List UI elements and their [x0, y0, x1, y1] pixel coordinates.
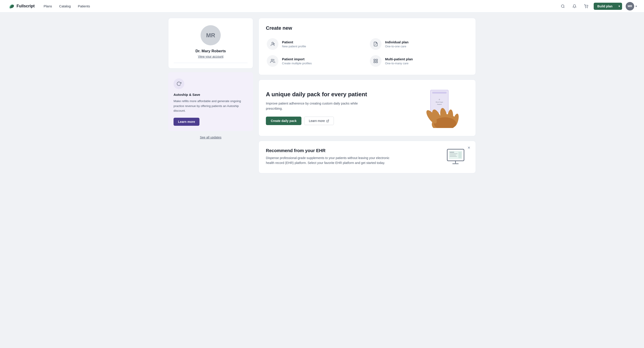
logo[interactable]: Fullscript	[7, 2, 35, 10]
create-individual-plan-text: Individual plan One-to-one care	[385, 40, 408, 48]
cart-icon	[584, 4, 588, 8]
svg-rect-29	[450, 155, 456, 156]
build-plan-chevron-icon: ▾	[616, 3, 622, 9]
main-content: Create new Patient New patient	[258, 18, 476, 173]
avatar-chevron-icon: ▾	[636, 5, 637, 8]
daily-pack-content: A unique daily pack for every patient Im…	[266, 91, 406, 125]
notifications-button[interactable]	[570, 2, 578, 10]
ehr-image	[446, 148, 468, 166]
create-new-grid: Patient New patient profile Indiv	[266, 37, 468, 68]
nav-catalog[interactable]: Catalog	[59, 3, 71, 9]
nav-patients[interactable]: Patients	[78, 3, 90, 9]
external-link-icon	[326, 120, 329, 122]
sidebar: MR Dr. Mary Roberts View your account Au…	[168, 18, 253, 173]
logo-text: Fullscript	[16, 4, 35, 8]
svg-point-0	[562, 5, 564, 7]
autoship-description: Make refills more affordable and generat…	[174, 99, 248, 113]
svg-rect-14	[432, 92, 446, 94]
build-plan-label: Build plan	[594, 3, 616, 10]
avatar-initials: MR	[628, 4, 632, 8]
profile-divider	[174, 63, 248, 63]
logo-icon	[7, 2, 15, 10]
user-menu-button[interactable]: MR ▾	[626, 2, 637, 10]
ehr-content: Recommend from your EHR Dispense profess…	[266, 148, 439, 166]
autoship-title: Autoship & Save	[174, 93, 200, 97]
document-icon	[373, 41, 378, 46]
svg-rect-33	[452, 163, 459, 164]
search-button[interactable]	[559, 2, 567, 10]
create-individual-plan-icon	[370, 38, 382, 50]
create-new-card: Create new Patient New patient	[258, 18, 476, 75]
svg-rect-27	[450, 152, 454, 153]
svg-rect-8	[374, 59, 375, 60]
svg-text:Blood Sugar: Blood Sugar	[436, 101, 443, 103]
ehr-close-button[interactable]	[466, 145, 472, 151]
svg-line-12	[327, 120, 329, 121]
create-multi-patient-text: Multi-patient plan One-to-many care	[385, 57, 413, 65]
daily-pack-actions: Create daily pack Learn more	[266, 117, 406, 125]
bell-icon	[572, 4, 576, 8]
svg-rect-30	[450, 156, 457, 157]
create-individual-plan-item[interactable]: Individual plan One-to-one care	[369, 37, 468, 51]
ehr-title: Recommend from your EHR	[266, 148, 439, 153]
daily-pack-image: G Blood Sugar Support	[406, 88, 468, 128]
create-patient-import-icon	[267, 55, 278, 67]
nav-plans[interactable]: Plans	[44, 3, 52, 9]
svg-rect-31	[458, 152, 462, 158]
cart-button[interactable]	[582, 2, 590, 10]
view-account-link[interactable]: View your account	[198, 55, 224, 58]
svg-point-3	[272, 42, 273, 44]
individual-plan-title: Individual plan	[385, 40, 408, 44]
create-daily-pack-button[interactable]: Create daily pack	[266, 117, 302, 125]
build-plan-button[interactable]: Build plan ▾	[594, 3, 622, 10]
person-add-icon	[270, 41, 275, 46]
avatar-initials: MR	[206, 32, 215, 39]
navbar-nav: Plans Catalog Patients	[44, 3, 559, 9]
svg-rect-28	[450, 154, 458, 154]
patient-import-title: Patient import	[282, 57, 312, 61]
create-patient-import-item[interactable]: Patient import Create multiple profiles	[266, 54, 366, 68]
patient-item-subtitle: New patient profile	[282, 45, 306, 48]
create-patient-import-text: Patient import Create multiple profiles	[282, 57, 312, 65]
ehr-card: Recommend from your EHR Dispense profess…	[258, 141, 476, 173]
autoship-learn-more-button[interactable]: Learn more	[174, 118, 200, 126]
autoship-refresh-icon	[176, 81, 181, 86]
daily-pack-card: A unique daily pack for every patient Im…	[258, 80, 476, 136]
svg-rect-9	[376, 59, 378, 60]
hand-pack-illustration: G Blood Sugar Support	[415, 88, 468, 128]
avatar: MR	[626, 2, 634, 10]
svg-rect-11	[376, 61, 378, 63]
see-all-updates-link[interactable]: See all updates	[168, 135, 253, 139]
svg-point-1	[586, 7, 586, 8]
multi-patient-subtitle: One-to-many care	[385, 62, 413, 65]
ehr-monitor-icon	[446, 148, 468, 166]
learn-more-label: Learn more	[309, 119, 325, 123]
svg-text:Support: Support	[437, 104, 442, 105]
create-multi-patient-icon	[370, 55, 382, 67]
navbar: Fullscript Plans Catalog Patients Build …	[0, 0, 644, 12]
ehr-description: Dispense professional-grade supplements …	[266, 156, 396, 166]
individual-plan-subtitle: One-to-one care	[385, 45, 408, 48]
daily-pack-description: Improve patient adherence by creating cu…	[266, 101, 373, 111]
patient-item-title: Patient	[282, 40, 306, 44]
multi-patient-title: Multi-patient plan	[385, 57, 413, 61]
create-patient-icon	[267, 38, 278, 50]
create-new-title: Create new	[266, 25, 468, 31]
profile-card: MR Dr. Mary Roberts View your account	[168, 18, 253, 69]
svg-rect-10	[374, 61, 375, 63]
svg-point-7	[271, 59, 273, 61]
profile-avatar: MR	[200, 25, 221, 45]
svg-text:G: G	[439, 99, 440, 100]
close-icon	[467, 146, 471, 150]
create-patient-item[interactable]: Patient New patient profile	[266, 37, 366, 51]
daily-pack-learn-more-button[interactable]: Learn more	[304, 117, 334, 125]
create-patient-text: Patient New patient profile	[282, 40, 306, 48]
people-icon	[270, 58, 275, 63]
multi-doc-icon	[373, 58, 378, 63]
autoship-card: Autoship & Save Make refills more afford…	[168, 72, 253, 131]
create-multi-patient-plan-item[interactable]: Multi-patient plan One-to-many care	[369, 54, 468, 68]
daily-pack-title: A unique daily pack for every patient	[266, 91, 382, 98]
navbar-actions: Build plan ▾ MR ▾	[559, 2, 637, 10]
search-icon	[561, 4, 565, 8]
page-content: MR Dr. Mary Roberts View your account Au…	[161, 12, 483, 179]
